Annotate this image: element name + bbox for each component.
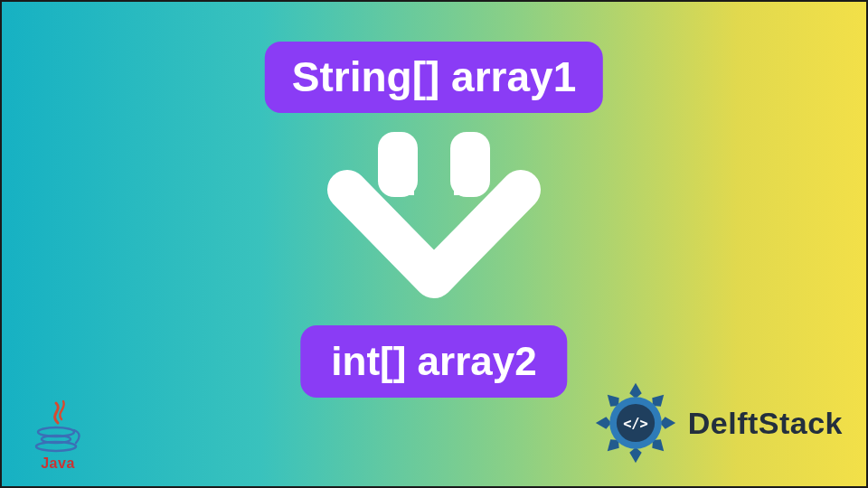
java-logo-label: Java bbox=[24, 455, 92, 472]
java-logo-icon: Java bbox=[24, 399, 92, 472]
svg-rect-1 bbox=[450, 132, 490, 197]
down-arrow-icon bbox=[326, 132, 542, 325]
target-type-badge: int[] array2 bbox=[300, 325, 567, 398]
source-type-badge: String[] array1 bbox=[265, 42, 603, 113]
diagram-canvas: String[] array1 int[] array2 Java bbox=[0, 0, 868, 488]
delftstack-logo-label: DelftStack bbox=[688, 406, 843, 441]
svg-rect-0 bbox=[378, 132, 418, 197]
svg-text:</>: </> bbox=[623, 416, 648, 432]
delftstack-logo-icon: </> bbox=[592, 380, 679, 466]
delftstack-logo: </> DelftStack bbox=[592, 380, 843, 466]
